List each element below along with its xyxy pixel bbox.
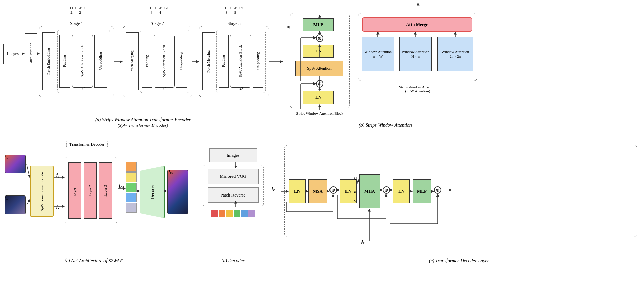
spw-attn-detail: Attn Merge Window Attentionn × W Window … (358, 13, 477, 81)
tfl-ln1: LN (289, 179, 306, 203)
dec-dashed-container: Mirrored VGG Patch Reverse (203, 165, 264, 206)
s2-x2: x2 (163, 86, 167, 91)
decoder-box: Decoder (140, 166, 165, 218)
svg-line-21 (27, 200, 30, 205)
encoder-caption: (a) Strips Window Attention Transformer … (3, 117, 283, 128)
mirrored-vgg-box: Mirrored VGG (208, 169, 259, 184)
stage1-label: Stage 1 (70, 21, 83, 26)
add-circle-bot: ⊕ (316, 80, 323, 88)
attention-section: MLP ⊕ LN SpW Attention ⊕ LN (287, 3, 484, 136)
tfl-add3: ⊕ (434, 186, 441, 194)
dec-images-box: Images (209, 148, 257, 162)
stage3-inner: Padding SpW Attention Block Un-padding x… (216, 30, 266, 93)
s3-x2: x2 (239, 86, 243, 91)
tfl-caption: (e) Transformer Decoder Layer (277, 258, 641, 264)
patch-reverse-box: Patch Reverse (208, 187, 259, 203)
images-box: Images (3, 44, 22, 64)
Ic-label: Ic (5, 153, 8, 159)
svg-line-36 (357, 179, 359, 185)
spw-block-container: MLP ⊕ LN SpW Attention ⊕ LN (290, 13, 350, 108)
s3-patch-merge: Patch Merging (202, 32, 215, 90)
feature-stack (126, 162, 137, 222)
ln-top-box: LN (303, 45, 334, 58)
spw-block-label: Strips Window Attention Block (296, 111, 343, 115)
s2-spw: SpW Attention Block (154, 35, 175, 88)
s2-unpad: Un-padding (176, 35, 187, 88)
mlp-box: MLP (303, 18, 334, 31)
encoder-section: H2 × W2 ×C H4 × W4 ×2C H8 × W8 ×4C Image… (3, 3, 283, 136)
tfl-ln3: LN (393, 179, 410, 203)
s1-unpad: Un-padding (94, 35, 107, 88)
win-attn-nW: Window Attentionn × W (362, 37, 394, 71)
stage1-inner: Padding SpW Attention Block Un-padding x… (57, 30, 110, 93)
s1-padding: Padding (59, 35, 70, 88)
svg-line-20 (27, 164, 30, 177)
s2-padding: Padding (142, 35, 152, 88)
decoder-section: Images Mirrored VGG Patch Reverse (189, 138, 277, 264)
tfl-Q: Q (354, 176, 357, 180)
patch-embedding-box: Patch Embedding (42, 32, 55, 90)
tfl-add1: ⊕ (329, 186, 337, 194)
tfl-mlp: MLP (413, 179, 431, 203)
tfl-add2: ⊕ (383, 186, 390, 194)
s3-spw: SpW Attention Block (230, 35, 251, 88)
dec-color-bar (203, 210, 264, 217)
win-attn-2n2n: Window Attention2n × 2n (437, 37, 473, 71)
Ics-label: Ics (168, 168, 173, 174)
net-arch-section: Transformer Decoder Ic Is SpW Transforme… (3, 138, 189, 264)
stage3-label: Stage 3 (227, 21, 241, 26)
encoder-diagram: Images Patch Partition Stage 1 Patch Emb… (3, 13, 283, 129)
tfl-section: fc LN MSA ⊕ LN MHA Q K V ⊕ LN (277, 138, 641, 264)
stage2-container: Stage 2 Patch Merging Padding SpW Attent… (123, 26, 192, 97)
tfl-mha: MHA (359, 174, 380, 208)
Ics-image (167, 170, 188, 214)
Is-label: Is (5, 194, 8, 200)
fcs-label: fcs (119, 183, 124, 189)
tfl-fc-label: fc (272, 186, 275, 192)
decoder-caption: (d) Decoder (189, 258, 277, 264)
patch-partition-box: Patch Partition (25, 33, 37, 74)
s3-padding: Padding (219, 35, 229, 88)
top-half: H2 × W2 ×C H4 × W4 ×2C H8 × W8 ×4C Image… (3, 3, 641, 136)
tfl-arrows (285, 145, 637, 237)
layer3-box: Layer 3 (99, 162, 112, 219)
Is-image (5, 195, 26, 214)
tfl-outer: fc LN MSA ⊕ LN MHA Q K V ⊕ LN (284, 145, 637, 237)
fc-label: fc (56, 172, 59, 178)
stage2-label: Stage 2 (151, 21, 164, 26)
decoder-diagram: Images Mirrored VGG Patch Reverse (203, 148, 264, 217)
tfl-V: V (354, 199, 356, 203)
add-circle-top: ⊕ (316, 34, 323, 42)
s1-spw: SpW Attention Block (72, 35, 93, 88)
netarch-caption: (c) Net Architecture of S2WAT (3, 258, 183, 264)
tfl-fs-label: fs (361, 239, 365, 245)
spw-attn-label: Strips Window Attention(SpW Attention) (399, 85, 436, 93)
tfl-msa: MSA (308, 179, 327, 203)
bottom-half: Transformer Decoder Ic Is SpW Transforme… (3, 138, 641, 268)
attn-merge-box: Attn Merge (362, 17, 472, 32)
s1-x2: x2 (82, 86, 86, 91)
attention-caption: (b) Strips Window Attention (287, 123, 484, 128)
win-attn-Hn: Window AttentionH × n (399, 37, 432, 71)
transformer-decoder-label: Transformer Decoder (66, 141, 108, 148)
layer1-box: Layer 1 (68, 162, 81, 219)
spw-encoder-box: SpW Transformer Encoder (30, 166, 54, 217)
ln-bot-box: LN (303, 91, 334, 104)
fs-label: fs (56, 204, 59, 210)
stage3-container: Stage 3 Patch Merging Padding SpW Attent… (199, 26, 269, 97)
main-container: H2 × W2 ×C H4 × W4 ×2C H8 × W8 ×4C Image… (0, 0, 644, 298)
stage1-container: Stage 1 Patch Embedding Padding SpW (39, 26, 114, 97)
s3-unpad: Un-padding (253, 35, 263, 88)
spw-attn-box: SpW Attention (295, 61, 343, 76)
attn-merge-out-arrow (415, 1, 421, 14)
layers-container: Layer 1 Layer 2 Layer 3 (65, 157, 117, 223)
stage2-inner: Padding SpW Attention Block Un-padding x… (140, 30, 189, 93)
s2-patch-merge: Patch Merging (126, 32, 139, 90)
tfl-K: K (354, 190, 356, 194)
layer2-box: Layer 2 (84, 162, 97, 219)
